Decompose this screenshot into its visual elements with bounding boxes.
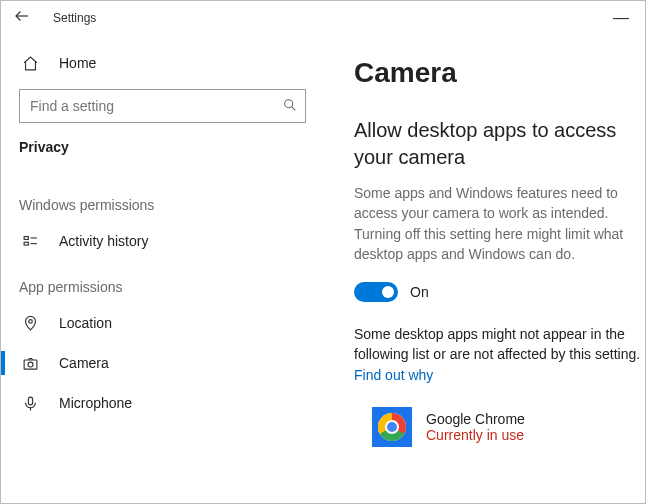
titlebar: Settings — [1,1,645,35]
app-status: Currently in use [426,427,525,443]
window-title: Settings [53,11,96,25]
section-description: Some apps and Windows features need to a… [354,183,645,264]
sidebar-home-label: Home [59,55,96,71]
search-container [19,89,306,123]
app-name: Google Chrome [426,411,525,427]
back-button[interactable] [13,7,43,29]
search-icon [282,97,298,117]
chrome-icon [372,407,412,447]
app-meta: Google Chrome Currently in use [426,411,525,443]
sidebar-group-windows-permissions: Windows permissions [1,179,324,221]
search-input[interactable] [19,89,306,123]
sidebar-item-label: Location [59,315,112,331]
svg-rect-3 [24,236,28,239]
home-icon [19,55,41,72]
sidebar-group-app-permissions: App permissions [1,261,324,303]
sidebar-item-activity-history[interactable]: Activity history [1,221,324,261]
sidebar-item-location[interactable]: Location [1,303,324,343]
find-out-why-link[interactable]: Find out why [354,367,433,383]
svg-rect-4 [24,242,28,245]
app-row: Google Chrome Currently in use [354,407,645,447]
svg-point-7 [28,319,32,323]
sidebar-item-label: Camera [59,355,109,371]
minimize-button[interactable]: — [603,5,639,30]
page-title: Camera [354,57,645,89]
sidebar: Home Privacy Windows permissions Activit… [1,35,324,503]
svg-rect-10 [28,397,32,405]
section-heading: Allow desktop apps to access your camera [354,117,645,171]
camera-access-toggle[interactable] [354,282,398,302]
sidebar-item-label: Activity history [59,233,148,249]
svg-rect-8 [24,359,37,368]
sidebar-item-microphone[interactable]: Microphone [1,383,324,423]
sidebar-item-camera[interactable]: Camera [1,343,324,383]
toggle-label: On [410,284,429,300]
svg-line-2 [292,107,296,111]
sidebar-home[interactable]: Home [1,43,324,83]
microphone-icon [19,395,41,412]
activity-history-icon [19,233,41,250]
location-icon [19,315,41,332]
body-text-span: Some desktop apps might not appear in th… [354,326,640,362]
svg-point-9 [28,362,33,367]
toggle-row: On [354,282,645,302]
content-pane: Camera Allow desktop apps to access your… [324,35,645,503]
sidebar-section-privacy: Privacy [1,135,324,179]
window-controls: — [603,9,639,27]
camera-icon [19,355,41,372]
svg-point-1 [285,100,293,108]
body-text: Some desktop apps might not appear in th… [354,324,645,385]
sidebar-item-label: Microphone [59,395,132,411]
